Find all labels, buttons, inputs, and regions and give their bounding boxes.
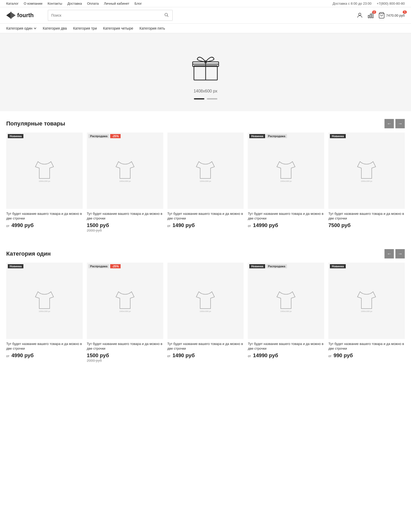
product-old-price: 2000 руб [87,228,163,232]
product-badges: НовинкаРаспродажа [249,264,287,268]
product-badges: Распродажа-25% [88,264,121,268]
badge-new: Новинка [249,134,265,138]
search-button[interactable] [160,10,172,21]
price-prefix: от [167,354,171,358]
category-next-button[interactable]: → [395,249,405,258]
product-card[interactable]: Распродажа-25% 1000x1000 px Тут будет на… [87,263,163,364]
product-name: Тут будет название вашего товара и да мо… [167,211,244,221]
badge-new: Новинка [249,264,265,268]
product-price: 14990 руб [253,353,278,358]
svg-rect-3 [368,15,369,18]
old-price-value: 2000 руб [87,358,102,363]
phone-number[interactable]: +7(800) 800-80-80 [377,2,405,5]
user-icon-link[interactable] [356,12,363,19]
product-badges: НовинкаРаспродажа [249,134,287,138]
product-badges: Новинка [8,264,23,268]
product-badges: Новинка [330,264,345,268]
banner-gift-icon [189,50,223,85]
cart-icon [378,12,385,19]
cat-nav-item-2[interactable]: Категория два [43,26,67,30]
price-prefix: от [328,354,331,358]
cat-nav-item-4[interactable]: Категория четыре [103,26,133,30]
popular-prev-button[interactable]: ← [384,119,394,128]
search-icon [164,12,169,17]
product-card[interactable]: Новинка 1000x1000 px Тут будет название … [6,132,83,234]
product-image: Распродажа-25% 1000x1000 px [87,263,163,339]
svg-text:1000x1000 px: 1000x1000 px [119,310,131,312]
svg-text:1000x1000 px: 1000x1000 px [361,310,372,312]
product-info: Тут будет название вашего товара и да мо… [167,339,244,364]
nav-delivery[interactable]: Доставка [67,2,82,5]
product-price: 4990 руб [11,222,34,228]
popular-section-header: Популярные товары ← → [6,119,405,128]
product-price: 7500 руб [328,222,350,228]
price-prefix: от [6,224,9,228]
nav-about[interactable]: О компании [24,2,42,5]
search-bar[interactable] [48,10,173,21]
nav-account[interactable]: Личный кабинет [104,2,129,5]
product-info: Тут будет название вашего товара и да мо… [248,209,324,234]
product-price-row: от 14990 руб [248,222,324,228]
popular-section: Популярные товары ← → Новинка 1000x1000 … [0,111,411,236]
svg-text:1000x1000 px: 1000x1000 px [361,180,372,182]
nav-payment[interactable]: Оплата [87,2,99,5]
product-info: Тут будет название вашего товара и да мо… [328,209,405,234]
popular-next-button[interactable]: → [395,119,405,128]
product-card[interactable]: НовинкаРаспродажа 1000x1000 px Тут будет… [248,263,324,364]
search-input[interactable] [48,11,160,20]
banner: 1408x600 px [0,33,411,111]
product-img-placeholder: 1000x1000 px [336,140,397,201]
product-info: Тут будет название вашего товара и да мо… [87,209,163,234]
cart-icon-link[interactable]: 5 7470.00 руб [378,12,405,19]
product-card[interactable]: Новинка 1000x1000 px Тут будет название … [328,263,405,364]
product-img-placeholder: 1000x1000 px [14,270,75,331]
badge-discount: -25% [110,134,121,138]
svg-text:1000x1000 px: 1000x1000 px [280,180,292,182]
product-image: Новинка 1000x1000 px [6,263,83,339]
cart-price: 7470.00 руб [386,14,405,17]
product-name: Тут будет название вашего товара и да мо… [328,211,405,221]
product-info: Тут будет название вашего товара и да мо… [248,339,324,364]
product-card[interactable]: Новинка 1000x1000 px Тут будет название … [6,263,83,364]
banner-dot-1[interactable] [194,98,204,99]
badge-new: Новинка [330,134,345,138]
nav-blog[interactable]: Блог [135,2,142,5]
category-nav: Категория один Категория два Категория т… [0,24,411,33]
product-name: Тут будет название вашего товара и да мо… [167,342,244,351]
price-prefix: от [167,224,171,228]
product-image: 1000x1000 px [167,263,244,339]
product-price-row: от 1490 руб [167,222,244,228]
banner-dots [194,98,217,99]
banner-dot-2[interactable] [207,98,217,99]
svg-text:1000x1000 px: 1000x1000 px [200,180,211,182]
badge-sale: Распродажа [266,134,287,138]
category-section: Категория один ← → Новинка 1000x1000 px … [0,241,411,366]
svg-point-11 [205,61,207,63]
product-card[interactable]: 1000x1000 px Тут будет название вашего т… [167,132,244,234]
badge-discount: -25% [110,264,121,268]
logo-icon [6,12,16,19]
product-card[interactable]: Распродажа-25% 1000x1000 px Тут будет на… [87,132,163,234]
svg-text:1000x1000 px: 1000x1000 px [280,310,292,312]
stats-icon-link[interactable]: 0 [367,12,374,19]
category-prev-button[interactable]: ← [384,249,394,258]
badge-new: Новинка [330,264,345,268]
nav-contacts[interactable]: Контакты [48,2,62,5]
cat-nav-item-3[interactable]: Категория три [73,26,97,30]
nav-catalog[interactable]: Каталог [6,2,18,5]
product-card[interactable]: 1000x1000 px Тут будет название вашего т… [167,263,244,364]
product-price: 14990 руб [253,222,278,228]
cat-nav-item-5[interactable]: Категория пять [139,26,165,30]
category-section-title: Категория один [6,250,51,257]
header: fourth 0 [0,7,411,24]
cat-nav-item-1[interactable]: Категория один [6,26,37,30]
product-name: Тут будет название вашего товара и да мо… [248,211,324,221]
badge-new: Новинка [8,264,23,268]
badge-sale: Распродажа [266,264,287,268]
product-card[interactable]: НовинкаРаспродажа 1000x1000 px Тут будет… [248,132,324,234]
product-image: НовинкаРаспродажа 1000x1000 px [248,263,324,339]
logo[interactable]: fourth [6,12,43,19]
product-info: Тут будет название вашего товара и да мо… [6,209,83,234]
product-card[interactable]: Новинка 1000x1000 px Тут будет название … [328,132,405,234]
svg-line-1 [167,16,168,17]
